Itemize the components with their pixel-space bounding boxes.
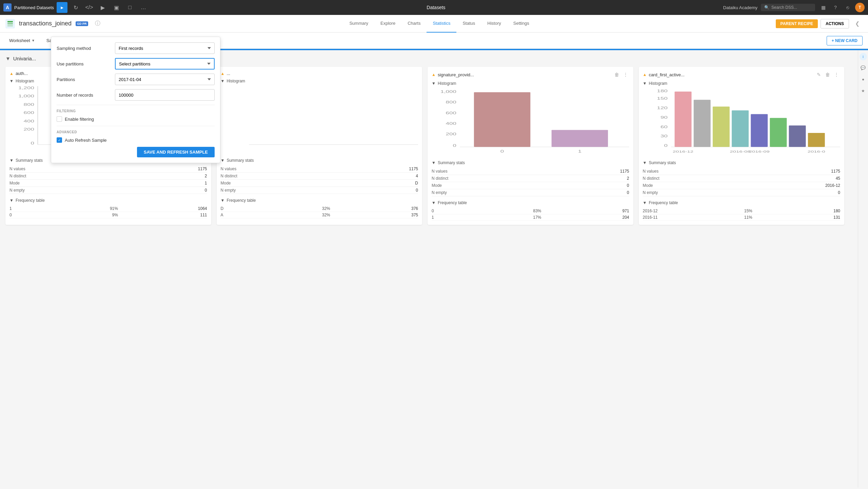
svg-rect-36	[693, 100, 710, 147]
sampling-method-row: Sampling method First records Random	[57, 42, 215, 54]
edit-btn-4[interactable]: ✎	[815, 71, 823, 78]
delete-btn-4[interactable]: 🗑	[824, 71, 831, 78]
card-2-header: ▲ ...	[221, 71, 418, 76]
svg-text:30: 30	[660, 134, 667, 138]
search-icon: 🔍	[764, 5, 769, 10]
sampling-method-label: Sampling method	[57, 46, 111, 51]
help-icon[interactable]: ?	[831, 3, 840, 12]
histogram-toggle-2[interactable]: ▼ Histogram	[221, 79, 418, 83]
freq-table-2: D 32% 376 A 32% 375	[221, 206, 418, 218]
freq-toggle-1[interactable]: ▼ Frequency table	[9, 198, 207, 203]
enable-filtering-row: Enable filtering	[57, 116, 215, 122]
enable-filtering-checkbox[interactable]	[57, 116, 62, 122]
tab-settings[interactable]: Settings	[507, 15, 535, 33]
nav-pipeline-btn[interactable]: ►	[57, 2, 67, 13]
tab-statistics[interactable]: Statistics	[427, 15, 456, 33]
right-panel: i 💬 ● ★	[858, 50, 868, 488]
tab-explore[interactable]: Explore	[374, 15, 401, 33]
card-signature-header: ▲ signature_provid... 🗑 ⋮	[432, 71, 629, 78]
search-box[interactable]: 🔍 Search DSS...	[761, 4, 815, 11]
stat-mode-4: Mode 2016-12	[643, 182, 841, 189]
summary-toggle-3[interactable]: ▼ Summary stats	[432, 160, 629, 165]
chevron-down-icon-7: ▼	[432, 81, 436, 86]
histogram-toggle-3[interactable]: ▼ Histogram	[432, 81, 629, 86]
delete-btn-3[interactable]: 🗑	[613, 71, 620, 78]
partitions-label: Partitions	[57, 77, 111, 82]
stat-n-distinct-1: N distinct 2	[9, 173, 207, 180]
freq-row-4-2: 2016-11 11% 131	[643, 214, 841, 221]
stat-n-values-1: N values 1175	[9, 165, 207, 173]
trend-icon[interactable]: ⎋	[843, 3, 852, 12]
run-btn[interactable]: ▶	[97, 2, 108, 13]
parent-recipe-btn[interactable]: PARENT RECIPE	[776, 19, 818, 28]
stat-mode-2: Mode D	[221, 180, 418, 187]
section-toggle[interactable]: ▼	[5, 56, 11, 61]
stat-n-values-3: N values 1175	[432, 168, 629, 175]
app-logo: A	[3, 3, 12, 12]
svg-text:200: 200	[446, 132, 456, 136]
use-partitions-select[interactable]: Select partitions All partitions	[115, 58, 215, 70]
partitions-select[interactable]: 2017-01-04	[115, 74, 215, 85]
tab-history[interactable]: History	[481, 15, 507, 33]
tab-summary[interactable]: Summary	[343, 15, 374, 33]
svg-rect-39	[751, 114, 768, 147]
summary-toggle-2[interactable]: ▼ Summary stats	[221, 158, 418, 163]
card-first-active: ▲ card_first_active... ✎ 🗑 ⋮ ▼ Histogram…	[639, 67, 845, 225]
card-2: ▲ ... ▼ Histogram ▼ Summary stats	[217, 67, 422, 225]
svg-text:1,000: 1,000	[440, 90, 456, 94]
svg-text:1,200: 1,200	[18, 86, 34, 90]
chevron-down-icon-3: ▼	[9, 198, 14, 203]
divider-1	[57, 105, 215, 105]
refresh-btn[interactable]: ↻	[70, 2, 81, 13]
freq-row-1-1: 1 91% 1064	[9, 206, 207, 212]
actions-btn[interactable]: ACTIONS	[821, 19, 849, 28]
auto-refresh-checkbox[interactable]: ✓	[57, 137, 62, 143]
sampling-method-select[interactable]: First records Random	[115, 42, 215, 54]
deploy-btn[interactable]: ▣	[111, 2, 122, 13]
right-panel-info-icon[interactable]: i	[860, 53, 867, 60]
svg-text:1: 1	[578, 150, 581, 153]
card-2-title: ...	[226, 71, 418, 76]
more-btn[interactable]: …	[138, 2, 149, 13]
search-placeholder: Search DSS...	[771, 5, 797, 10]
center-label: Datasets	[427, 5, 445, 10]
divider-2	[57, 126, 215, 126]
freq-toggle-2[interactable]: ▼ Frequency table	[221, 198, 418, 203]
freq-toggle-3[interactable]: ▼ Frequency table	[432, 200, 629, 205]
display-btn[interactable]: □	[124, 2, 135, 13]
sidebar-toggle-icon[interactable]: ❮	[852, 18, 863, 29]
right-panel-circle-icon[interactable]: ●	[859, 75, 867, 83]
use-partitions-label: Use partitions	[57, 61, 111, 66]
number-records-input[interactable]	[115, 89, 215, 101]
user-avatar[interactable]: T	[855, 3, 865, 12]
tab-status[interactable]: Status	[456, 15, 481, 33]
histogram-label-3: Histogram	[438, 81, 456, 86]
more-btn-4[interactable]: ⋮	[833, 71, 840, 78]
dataset-title: transactions_joined	[19, 20, 72, 27]
code-btn[interactable]: </>	[84, 2, 95, 13]
freq-row-3-2: 1 17% 204	[432, 214, 629, 221]
svg-text:90: 90	[660, 116, 667, 119]
tab-charts[interactable]: Charts	[401, 15, 427, 33]
freq-table-1: 1 91% 1064 0 9% 111	[9, 206, 207, 218]
gdpr-badge: GD PR	[76, 21, 88, 26]
histogram-toggle-4[interactable]: ▼ Histogram	[643, 81, 841, 86]
worksheet-btn[interactable]: Worksheet ▼	[5, 36, 39, 45]
svg-text:120: 120	[657, 106, 667, 110]
svg-rect-0	[7, 21, 13, 22]
save-refresh-btn[interactable]: SAVE AND REFRESH SAMPLE	[137, 147, 215, 157]
new-card-btn[interactable]: + NEW CARD	[827, 36, 863, 45]
grid-icon[interactable]: ▦	[818, 3, 828, 12]
right-panel-chat-icon[interactable]: 💬	[859, 64, 867, 72]
summary-toggle-4[interactable]: ▼ Summary stats	[643, 160, 841, 165]
right-panel-star-icon[interactable]: ★	[859, 87, 867, 95]
histogram-label-4: Histogram	[649, 81, 667, 86]
svg-text:0: 0	[664, 144, 667, 148]
info-btn[interactable]: ⓘ	[92, 18, 103, 29]
freq-toggle-4[interactable]: ▼ Frequency table	[643, 200, 841, 205]
filtering-section-title: FILTERING	[57, 109, 215, 113]
stat-n-distinct-3: N distinct 2	[432, 175, 629, 182]
more-btn-3[interactable]: ⋮	[622, 71, 629, 78]
app-title: Partitioned Datasets	[14, 5, 54, 10]
stat-n-distinct-4: N distinct 45	[643, 175, 841, 182]
